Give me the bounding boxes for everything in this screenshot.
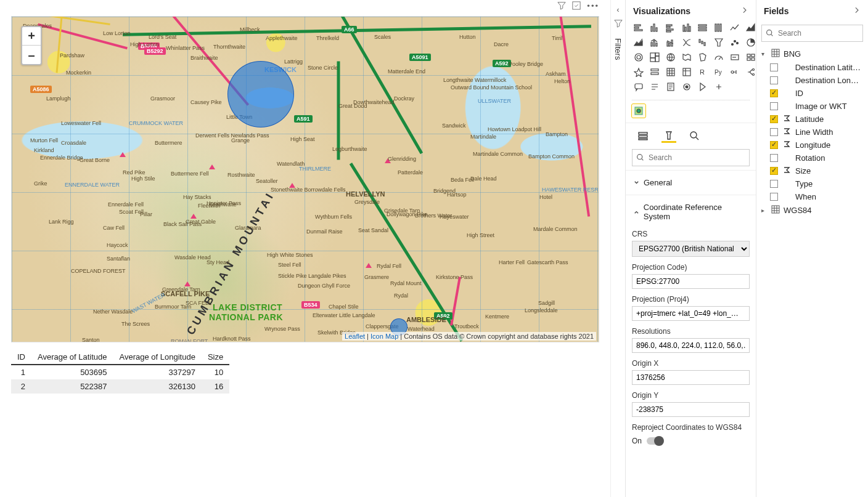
reproject-toggle[interactable] [647,437,663,445]
checkbox[interactable] [770,115,778,123]
checkbox[interactable] [770,167,778,175]
paginated-icon[interactable] [664,80,678,94]
checkbox[interactable] [770,76,778,84]
table-row[interactable]: 1 503695 337297 10 [11,365,229,379]
shape-map-icon[interactable] [696,51,710,64]
checkbox[interactable] [770,141,778,149]
format-tab[interactable] [661,129,676,143]
checkbox[interactable] [770,154,778,162]
filters-pane-collapsed[interactable]: ‹ Filters [610,0,625,497]
field-type[interactable]: Type [768,177,866,190]
line-col-icon[interactable] [648,36,661,49]
field-line-width[interactable]: Line Width [768,126,866,139]
clustered-col-icon[interactable] [680,21,694,34]
funnel-icon[interactable] [712,36,726,49]
filter-icon[interactable] [557,1,566,12]
origin-x-label: Origin X [632,359,750,368]
field-destination-latitu-[interactable]: Destination Latitu… [768,61,866,74]
key-influencer-icon[interactable] [728,65,742,79]
checkbox[interactable] [770,193,778,201]
line-chart-icon[interactable] [728,21,742,34]
general-section[interactable]: General [632,176,750,190]
map-visual[interactable]: A66 A591 A592 A592 A5091 A5086 B5289 B52… [11,16,599,342]
collapse-viz-icon[interactable] [740,6,748,16]
table-bng[interactable]: ▾ BNG [759,47,866,61]
svg-rect-23 [656,43,657,46]
leaflet-link[interactable]: Leaflet [345,333,365,340]
field-when[interactable]: When [768,190,866,203]
clustered-bar-icon[interactable] [664,21,678,34]
field-size[interactable]: Size [768,164,866,177]
col-size[interactable]: Size [202,350,229,365]
col-avg-lon[interactable]: Average of Longitude [113,350,202,365]
origin-x-input[interactable] [632,370,750,385]
powerapps-icon[interactable] [696,80,710,94]
arcgis-icon[interactable] [680,80,694,94]
card-icon[interactable] [728,51,742,64]
field-latitude[interactable]: Latitude [768,113,866,126]
svg-rect-10 [666,31,671,32]
stacked-area-icon[interactable] [632,36,645,49]
fields-search-input[interactable] [761,25,863,42]
field-destination-longi-[interactable]: Destination Longi… [768,74,866,87]
stacked-bar-icon[interactable] [632,21,645,34]
table-wgs84[interactable]: ▸ WGS84 [759,203,866,217]
field-id[interactable]: ID [768,87,866,100]
scatter-icon[interactable] [728,36,742,49]
road-b5292: B5292 [144,47,166,55]
iconmap-link[interactable]: Icon Map [371,333,398,340]
stacked-col-100-icon[interactable] [712,21,726,34]
narrative-icon[interactable] [648,80,661,94]
data-point-1[interactable] [227,61,294,127]
crs-section[interactable]: Coordinate Reference System [632,200,750,224]
table-icon[interactable] [664,65,678,79]
filled-map-icon[interactable] [680,51,694,64]
res-input[interactable] [632,338,750,353]
more-options-icon[interactable]: ••• [587,1,599,12]
format-search-input[interactable] [632,149,750,166]
crs-select[interactable]: EPSG27700 (British National … [632,241,750,257]
zoom-in-button[interactable]: + [22,27,41,46]
expand-filters-icon[interactable]: ‹ [616,5,619,14]
focus-mode-icon[interactable] [572,1,581,12]
stacked-bar-100-icon[interactable] [696,21,710,34]
proj-code-input[interactable] [632,274,750,289]
donut-icon[interactable] [632,51,645,64]
checkbox[interactable] [770,128,778,136]
checkbox[interactable] [770,180,778,188]
matrix-icon[interactable] [680,65,694,79]
road-a591: A591 [294,115,313,123]
col-id[interactable]: ID [11,350,31,365]
reproject-label: Reproject Coordinates to WGS84 [632,423,750,432]
gauge-icon[interactable] [712,51,726,64]
proj4-input[interactable] [632,306,750,321]
treemap-icon[interactable] [648,51,661,64]
table-row[interactable]: 2 522387 326130 16 [11,379,229,394]
field-image-or-wkt[interactable]: Image or WKT [768,100,866,113]
zoom-out-button[interactable]: – [22,46,41,64]
r-visual-icon[interactable]: R [696,65,710,79]
checkbox[interactable] [770,102,778,110]
field-rotation[interactable]: Rotation [768,152,866,164]
stacked-col-icon[interactable] [648,21,661,34]
filters-label: Filters [613,38,623,60]
py-visual-icon[interactable]: Py [712,65,726,79]
ribbon-icon[interactable] [680,36,694,49]
kpi-icon[interactable] [632,65,645,79]
slicer-icon[interactable] [648,65,661,79]
fields-tab[interactable] [636,129,650,143]
get-more-icon[interactable] [712,80,726,94]
qa-icon[interactable] [632,80,645,94]
col-avg-lat[interactable]: Average of Latitude [31,350,113,365]
checkbox[interactable] [770,63,778,71]
origin-y-input[interactable] [632,402,750,417]
field-longitude[interactable]: Longitude [768,139,866,152]
map-icon[interactable] [664,51,678,64]
checkbox[interactable] [770,89,778,97]
data-table-visual[interactable]: ID Average of Latitude Average of Longit… [11,350,605,394]
collapse-fields-icon[interactable] [853,6,861,16]
waterfall-icon[interactable] [696,36,710,49]
line-col-2-icon[interactable] [664,36,678,49]
custom-visual-iconmap[interactable] [632,104,645,118]
analytics-tab[interactable] [687,129,702,143]
